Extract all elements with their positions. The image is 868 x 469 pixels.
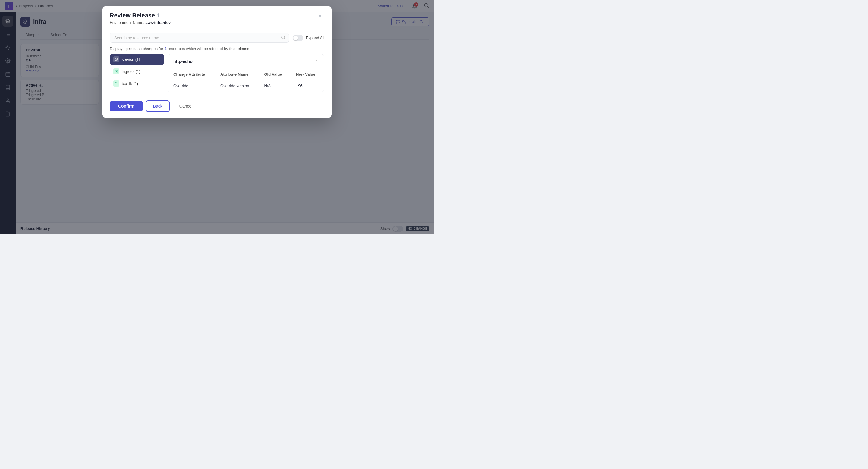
search-icon — [281, 35, 285, 40]
resource-search-input[interactable] — [110, 33, 289, 43]
modal-info-bar: Displaying release changes for 3 resourc… — [102, 46, 332, 54]
modal-env-name: Environment Name: aws-infra-dev — [110, 20, 170, 25]
svg-point-17 — [115, 58, 118, 61]
modal-search-row: Expand All — [102, 29, 332, 46]
table-row: Override Override version N/A 196 — [168, 80, 324, 92]
resource-detail-panel: http-echo Change Attribute Attribute Nam… — [167, 54, 324, 92]
cell-attribute-name: Override version — [215, 80, 258, 92]
modal-title: Review Release ℹ — [110, 12, 170, 19]
svg-point-15 — [281, 36, 284, 39]
modal-header: Review Release ℹ Environment Name: aws-i… — [102, 6, 332, 29]
cancel-button[interactable]: Cancel — [173, 101, 199, 111]
resource-list: service (1) ingress (1) — [110, 54, 164, 96]
tcplb-label: tcp_lb (1) — [122, 82, 138, 86]
expand-all-label: Expand All — [306, 36, 324, 40]
col-attribute-name: Attribute Name — [215, 69, 258, 80]
changes-table: Change Attribute Attribute Name Old Valu… — [168, 69, 324, 92]
resource-item-tcp-lb[interactable]: tcp_lb (1) — [110, 78, 164, 89]
expand-all-toggle[interactable] — [293, 35, 304, 41]
cell-old-value: N/A — [258, 80, 290, 92]
tcplb-icon — [113, 81, 119, 87]
modal-search-wrap — [110, 33, 289, 43]
ingress-icon — [113, 68, 119, 74]
info-icon[interactable]: ℹ — [157, 13, 159, 19]
modal-footer: Confirm Back Cancel — [102, 96, 332, 118]
svg-point-16 — [116, 59, 117, 60]
col-change-attribute: Change Attribute — [168, 69, 215, 80]
modal-overlay: Review Release ℹ Environment Name: aws-i… — [0, 0, 434, 234]
service-label: service (1) — [122, 57, 140, 62]
service-icon — [113, 56, 119, 62]
modal-close-button[interactable]: × — [316, 12, 324, 21]
cell-change-attribute: Override — [168, 80, 215, 92]
svg-rect-19 — [115, 83, 118, 85]
detail-resource-name: http-echo — [173, 59, 193, 64]
modal-body: service (1) ingress (1) — [102, 54, 332, 96]
review-release-modal: Review Release ℹ Environment Name: aws-i… — [102, 6, 332, 118]
confirm-button[interactable]: Confirm — [110, 101, 143, 111]
resource-item-service[interactable]: service (1) — [110, 54, 164, 65]
col-new-value: New Value — [290, 69, 324, 80]
collapse-chevron-icon[interactable] — [314, 59, 318, 64]
detail-header: http-echo — [168, 54, 324, 69]
back-button[interactable]: Back — [146, 100, 170, 112]
col-old-value: Old Value — [258, 69, 290, 80]
resource-item-ingress[interactable]: ingress (1) — [110, 66, 164, 77]
ingress-label: ingress (1) — [122, 69, 140, 74]
expand-all-row: Expand All — [293, 35, 324, 41]
cell-new-value: 196 — [290, 80, 324, 92]
